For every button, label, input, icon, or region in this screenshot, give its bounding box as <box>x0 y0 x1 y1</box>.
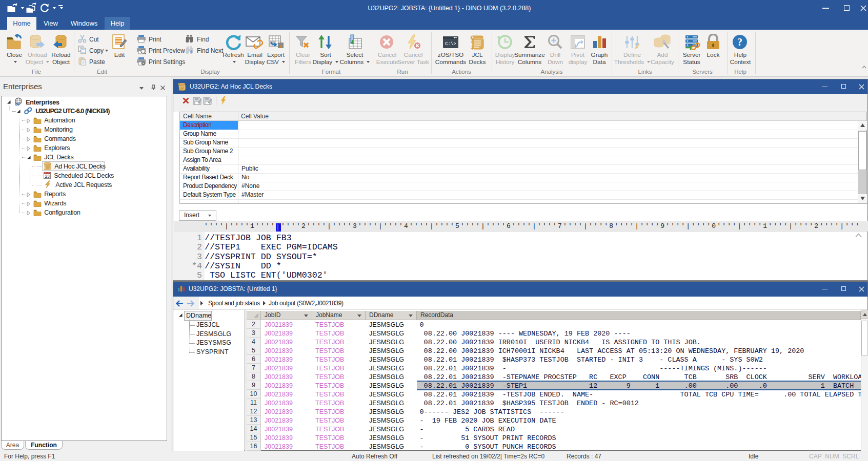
svg-text:?: ? <box>737 36 742 48</box>
svg-text:C:\>: C:\> <box>445 41 456 47</box>
svg-text:,: , <box>279 39 281 48</box>
svg-text:23: 23 <box>45 174 50 179</box>
